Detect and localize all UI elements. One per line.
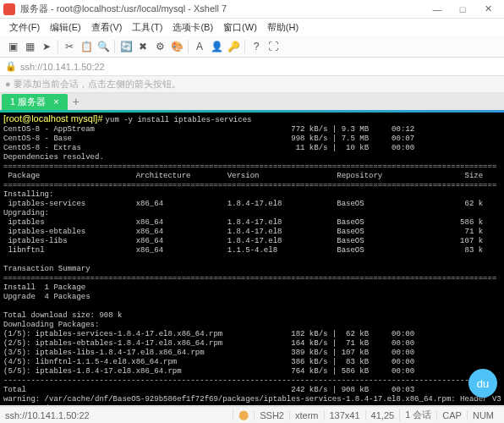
address-bar[interactable]: 🔒 ssh://10.141.1.50:22	[0, 58, 504, 76]
status-pos: 41,25	[365, 410, 400, 420]
app-logo-icon	[3, 3, 15, 15]
tab-close-icon[interactable]: ×	[53, 96, 58, 107]
float-assist-button[interactable]: du	[468, 369, 497, 398]
help-icon[interactable]: ?	[249, 39, 264, 54]
user-icon[interactable]: 👤	[209, 39, 224, 54]
menu-item[interactable]: 选项卡(B)	[168, 21, 217, 34]
open-icon[interactable]: ▦	[22, 39, 37, 54]
lock-icon: 🔒	[5, 61, 17, 72]
color-icon[interactable]: 🎨	[169, 39, 184, 54]
toolbar-separator	[114, 40, 115, 53]
status-num: NUM	[467, 410, 499, 420]
copy-icon[interactable]: ✂	[62, 39, 77, 54]
send-icon[interactable]: ➤	[39, 39, 54, 54]
hint-text: ● 要添加当前会话，点击左侧的箭头按钮。	[5, 78, 181, 91]
toolbar-separator	[188, 40, 189, 53]
session-tab-bar: 1 服务器 × +	[0, 93, 504, 110]
new-session-icon[interactable]: ▣	[5, 39, 20, 54]
menu-item[interactable]: 文件(F)	[5, 21, 44, 34]
close-button[interactable]: ✕	[475, 3, 501, 14]
font-icon[interactable]: A	[192, 39, 207, 54]
menu-item[interactable]: 帮助(H)	[263, 21, 303, 34]
menu-item[interactable]: 工具(T)	[128, 21, 167, 34]
status-cap: CAP	[436, 410, 467, 420]
menu-item[interactable]: 编辑(E)	[46, 21, 85, 34]
status-size: 137x41	[324, 410, 365, 420]
window-title: 服务器 - root@localhost:/usr/local/mysql - …	[20, 3, 425, 15]
menu-bar: 文件(F)编辑(E)查看(V)工具(T)选项卡(B)窗口(W)帮助(H)	[0, 19, 504, 36]
ssh-icon: ⬤	[233, 409, 254, 420]
maximize-button[interactable]: □	[450, 4, 475, 14]
status-session: 1 会话	[399, 409, 436, 421]
status-bar: ssh://10.141.1.50:22 ⬤ SSH2 xterm 137x41…	[0, 406, 504, 423]
status-connection: ssh://10.141.1.50:22	[5, 410, 90, 420]
toolbar: ▣▦➤✂📋🔍🔄✖⚙🎨A👤🔑?⛶	[0, 36, 504, 58]
session-tab[interactable]: 1 服务器 ×	[2, 94, 68, 110]
menu-item[interactable]: 查看(V)	[87, 21, 127, 34]
status-term: xterm	[289, 410, 324, 420]
full-screen-icon[interactable]: ⛶	[266, 39, 281, 54]
menu-item[interactable]: 窗口(W)	[219, 21, 261, 34]
add-tab-button[interactable]: +	[68, 95, 85, 108]
title-bar: 服务器 - root@localhost:/usr/local/mysql - …	[0, 0, 504, 19]
minimize-button[interactable]: —	[425, 4, 450, 14]
address-url: ssh://10.141.1.50:22	[20, 62, 105, 72]
key-icon[interactable]: 🔑	[226, 39, 241, 54]
reconnect-icon[interactable]: 🔄	[118, 39, 134, 54]
disconnect-icon[interactable]: ✖	[135, 39, 151, 54]
hint-bar: ● 要添加当前会话，点击左侧的箭头按钮。	[0, 76, 504, 93]
tab-label: 1 服务器	[10, 96, 46, 107]
status-ssh: SSH2	[254, 410, 289, 420]
properties-icon[interactable]: ⚙	[152, 39, 167, 54]
paste-icon[interactable]: 📋	[79, 39, 94, 54]
toolbar-separator	[244, 40, 245, 53]
search-icon[interactable]: 🔍	[96, 39, 111, 54]
toolbar-separator	[58, 40, 58, 53]
terminal-output[interactable]: [root@localhost mysql]# yum -y install i…	[0, 113, 504, 405]
